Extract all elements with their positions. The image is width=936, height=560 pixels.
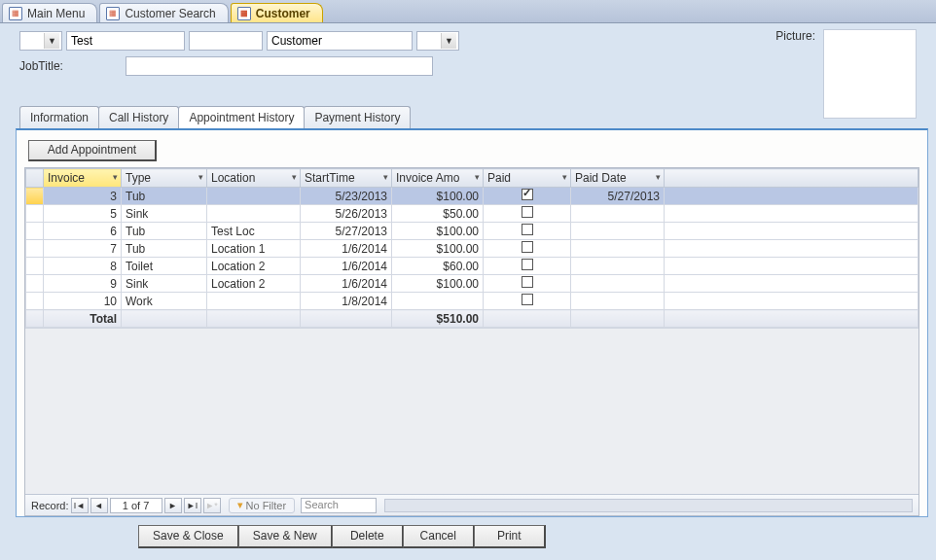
column-header-type[interactable]: Type▾ xyxy=(122,169,207,188)
column-header-location[interactable]: Location▾ xyxy=(207,169,301,188)
suffix-combo[interactable]: ▼ xyxy=(416,31,459,51)
cell-location[interactable] xyxy=(207,293,301,310)
search-input[interactable]: Search xyxy=(301,498,377,513)
cell-paid[interactable] xyxy=(484,240,571,258)
column-header-invoice[interactable]: Invoice▾ xyxy=(44,169,122,188)
cell-invoice[interactable]: 7 xyxy=(44,240,122,258)
cell-invoice[interactable]: 6 xyxy=(44,223,122,240)
table-row[interactable]: 6TubTest Loc5/27/2013$100.00 xyxy=(26,223,918,240)
nav-last-button[interactable]: ►I xyxy=(184,498,201,513)
cell-paid-date[interactable] xyxy=(571,240,665,258)
horizontal-scrollbar[interactable] xyxy=(384,499,913,512)
tab-payment-history[interactable]: Payment History xyxy=(304,106,411,128)
row-selector[interactable] xyxy=(26,223,44,240)
print-button[interactable]: Print xyxy=(474,525,546,548)
row-selector-header[interactable] xyxy=(26,169,44,188)
table-row[interactable]: 5Sink5/26/2013$50.00 xyxy=(26,205,918,223)
cell-type[interactable]: Tub xyxy=(122,223,207,240)
cell-paid[interactable] xyxy=(484,293,571,310)
table-row[interactable]: 10Work1/8/2014 xyxy=(26,293,918,310)
cancel-button[interactable]: Cancel xyxy=(403,525,475,548)
table-row[interactable]: 9SinkLocation 21/6/2014$100.00 xyxy=(26,275,918,293)
jobtitle-field[interactable] xyxy=(126,56,433,76)
table-row[interactable]: 3Tub5/23/2013$100.005/27/2013 xyxy=(26,188,918,205)
nav-first-button[interactable]: I◄ xyxy=(71,498,89,513)
cell-location[interactable] xyxy=(207,205,301,223)
cell-invoice[interactable]: 8 xyxy=(44,258,122,275)
cell-location[interactable] xyxy=(207,188,301,205)
cell-starttime[interactable]: 1/6/2014 xyxy=(301,258,392,275)
cell-starttime[interactable]: 1/8/2014 xyxy=(301,293,392,310)
table-row[interactable]: 7TubLocation 11/6/2014$100.00 xyxy=(26,240,918,258)
cell-amount[interactable]: $50.00 xyxy=(392,205,484,223)
cell-amount[interactable]: $100.00 xyxy=(392,275,484,293)
doc-tab-customer-search[interactable]: ▦Customer Search xyxy=(99,3,228,22)
cell-starttime[interactable]: 5/23/2013 xyxy=(301,188,392,205)
cell-type[interactable]: Tub xyxy=(122,188,207,205)
cell-starttime[interactable]: 1/6/2014 xyxy=(301,240,392,258)
doc-tab-main-menu[interactable]: ▦Main Menu xyxy=(2,3,97,22)
column-header-paid[interactable]: Paid▾ xyxy=(484,169,571,188)
cell-paid-date[interactable]: 5/27/2013 xyxy=(571,188,665,205)
nav-next-button[interactable]: ► xyxy=(164,498,182,513)
cell-starttime[interactable]: 1/6/2014 xyxy=(301,275,392,293)
cell-paid-date[interactable] xyxy=(571,258,665,275)
cell-paid-date[interactable] xyxy=(571,205,665,223)
save-new-button[interactable]: Save & New xyxy=(238,525,333,548)
cell-starttime[interactable]: 5/26/2013 xyxy=(301,205,392,223)
title-combo[interactable]: ▼ xyxy=(19,31,62,51)
first-name-field[interactable] xyxy=(66,31,185,51)
cell-location[interactable]: Location 2 xyxy=(207,258,301,275)
cell-type[interactable]: Tub xyxy=(122,240,207,258)
row-selector[interactable] xyxy=(26,188,44,205)
tab-appointment-history[interactable]: Appointment History xyxy=(178,106,305,129)
column-header-starttime[interactable]: StartTime▾ xyxy=(301,169,392,188)
cell-invoice[interactable]: 5 xyxy=(44,205,122,223)
table-row[interactable]: 8ToiletLocation 21/6/2014$60.00 xyxy=(26,258,918,275)
cell-location[interactable]: Test Loc xyxy=(207,223,301,240)
last-name-field[interactable] xyxy=(267,31,413,51)
cell-paid[interactable] xyxy=(484,205,571,223)
tab-information[interactable]: Information xyxy=(19,106,99,128)
row-selector[interactable] xyxy=(26,205,44,223)
cell-amount[interactable]: $100.00 xyxy=(392,240,484,258)
cell-amount[interactable]: $100.00 xyxy=(392,223,484,240)
cell-starttime[interactable]: 5/27/2013 xyxy=(301,223,392,240)
cell-paid[interactable] xyxy=(484,188,571,205)
cell-location[interactable]: Location 2 xyxy=(207,275,301,293)
cell-type[interactable]: Toilet xyxy=(122,258,207,275)
cell-type[interactable]: Work xyxy=(122,293,207,310)
cell-paid[interactable] xyxy=(484,258,571,275)
cell-amount[interactable]: $60.00 xyxy=(392,258,484,275)
nav-new-button[interactable]: ►* xyxy=(203,498,221,513)
column-header-invoice-amo[interactable]: Invoice Amo▾ xyxy=(392,169,484,188)
delete-button[interactable]: Delete xyxy=(332,525,404,548)
cell-invoice[interactable]: 10 xyxy=(44,293,122,310)
middle-name-field[interactable] xyxy=(189,31,263,51)
cell-paid-date[interactable] xyxy=(571,223,665,240)
row-selector[interactable] xyxy=(26,293,44,310)
row-selector[interactable] xyxy=(26,275,44,293)
cell-invoice[interactable]: 9 xyxy=(44,275,122,293)
save-close-button[interactable]: Save & Close xyxy=(138,525,239,548)
cell-paid[interactable] xyxy=(484,275,571,293)
cell-invoice[interactable]: 3 xyxy=(44,188,122,205)
row-selector[interactable] xyxy=(26,240,44,258)
nav-prev-button[interactable]: ◄ xyxy=(90,498,108,513)
cell-paid-date[interactable] xyxy=(571,275,665,293)
picture-placeholder[interactable] xyxy=(823,29,917,119)
cell-paid-date[interactable] xyxy=(571,293,665,310)
cell-type[interactable]: Sink xyxy=(122,205,207,223)
filter-toggle[interactable]: ▾ No Filter xyxy=(229,498,296,513)
cell-location[interactable]: Location 1 xyxy=(207,240,301,258)
row-selector[interactable] xyxy=(26,258,44,275)
cell-amount[interactable]: $100.00 xyxy=(392,188,484,205)
record-position[interactable]: 1 of 7 xyxy=(110,498,162,513)
doc-tab-customer[interactable]: ▦Customer xyxy=(231,3,323,22)
cell-paid[interactable] xyxy=(484,223,571,240)
add-appointment-button[interactable]: Add Appointment xyxy=(28,140,157,161)
cell-amount[interactable] xyxy=(392,293,484,310)
tab-call-history[interactable]: Call History xyxy=(98,106,179,128)
column-header-paid-date[interactable]: Paid Date▾ xyxy=(571,169,665,188)
cell-type[interactable]: Sink xyxy=(122,275,207,293)
